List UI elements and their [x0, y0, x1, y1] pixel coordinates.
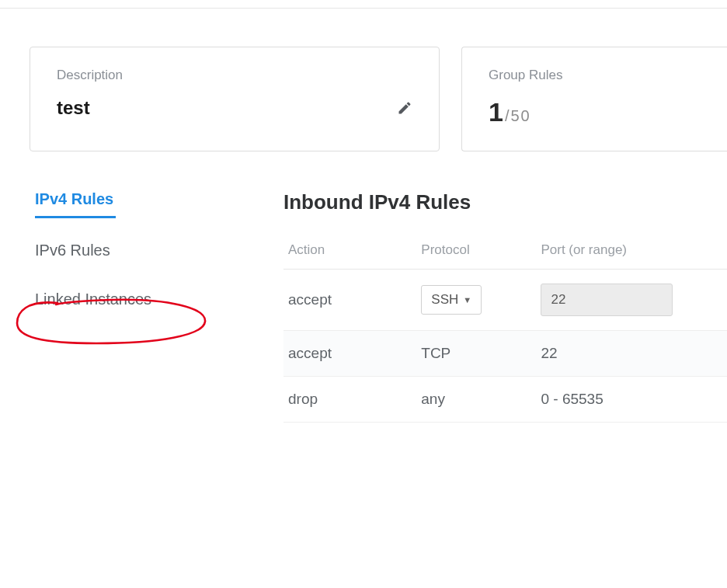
cell-action: drop — [283, 377, 416, 423]
table-row: accept TCP 22 — [283, 331, 727, 377]
protocol-select-value: SSH — [431, 292, 458, 308]
group-rules-label: Group Rules — [489, 68, 704, 83]
group-rules-count: 1 /50 — [489, 97, 704, 127]
summary-panels: Description test Group Rules 1 /50 — [0, 0, 727, 151]
cell-action: accept — [283, 331, 416, 377]
cell-port: 22 — [536, 331, 727, 377]
group-rules-card: Group Rules 1 /50 — [461, 47, 727, 151]
nav-ipv6-rules[interactable]: IPv6 Rules — [35, 242, 175, 267]
port-input[interactable] — [541, 284, 673, 316]
content-pane: Inbound IPv4 Rules Action Protocol Port … — [283, 190, 727, 423]
protocol-select[interactable]: SSH ▼ — [421, 285, 482, 315]
description-label: Description — [57, 68, 412, 83]
side-nav: IPv4 Rules IPv6 Rules Linked Instances — [35, 190, 175, 423]
description-card: Description test — [30, 47, 440, 151]
rules-table: Action Protocol Port (or range) accept S… — [283, 242, 727, 423]
nav-label: IPv4 Rules — [35, 190, 113, 207]
divider-top — [0, 8, 727, 9]
table-row: accept SSH ▼ — [283, 270, 727, 331]
nav-linked-instances[interactable]: Linked Instances — [35, 291, 175, 316]
table-row: drop any 0 - 65535 — [283, 377, 727, 423]
group-rules-current: 1 — [489, 97, 503, 127]
edit-icon[interactable] — [397, 100, 412, 116]
col-header-protocol: Protocol — [416, 242, 536, 270]
nav-label: IPv6 Rules — [35, 242, 110, 259]
cell-protocol: any — [416, 377, 536, 423]
chevron-down-icon: ▼ — [463, 295, 471, 304]
col-header-action: Action — [283, 242, 416, 270]
description-value: test — [57, 97, 90, 119]
nav-ipv4-rules[interactable]: IPv4 Rules — [35, 190, 116, 218]
cell-port: 0 - 65535 — [536, 377, 727, 423]
cell-action: accept — [283, 270, 416, 331]
col-header-port: Port (or range) — [536, 242, 727, 270]
cell-protocol: TCP — [416, 331, 536, 377]
content-title: Inbound IPv4 Rules — [283, 190, 727, 214]
group-rules-max: /50 — [505, 107, 531, 125]
nav-label: Linked Instances — [35, 291, 151, 308]
main-area: IPv4 Rules IPv6 Rules Linked Instances I… — [0, 151, 727, 423]
